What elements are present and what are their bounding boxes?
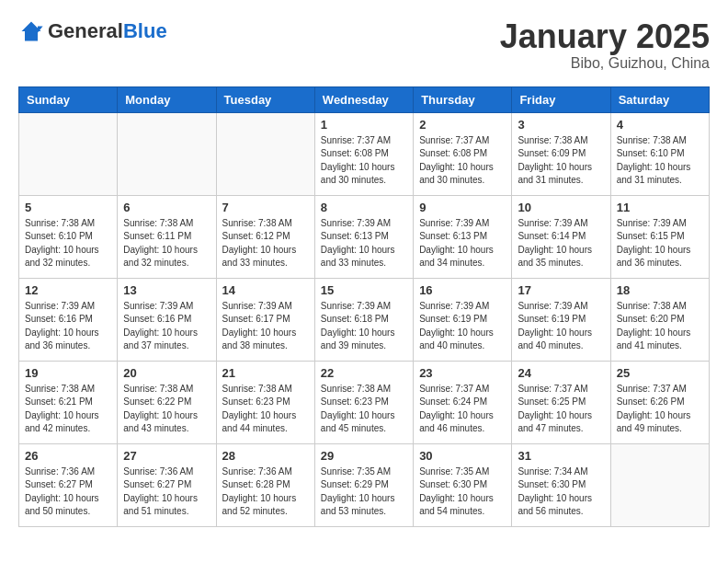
calendar-cell: 10Sunrise: 7:39 AM Sunset: 6:14 PM Dayli… xyxy=(512,195,610,278)
calendar-cell: 8Sunrise: 7:39 AM Sunset: 6:13 PM Daylig… xyxy=(314,195,413,278)
day-number: 6 xyxy=(123,201,210,214)
calendar-week-row: 12Sunrise: 7:39 AM Sunset: 6:16 PM Dayli… xyxy=(19,278,710,361)
calendar-cell: 11Sunrise: 7:39 AM Sunset: 6:15 PM Dayli… xyxy=(610,195,709,278)
logo: GeneralBlue xyxy=(18,18,167,44)
day-number: 12 xyxy=(25,283,111,297)
day-number: 7 xyxy=(222,201,309,214)
day-info: Sunrise: 7:36 AM Sunset: 6:27 PM Dayligh… xyxy=(123,465,210,519)
day-info: Sunrise: 7:38 AM Sunset: 6:20 PM Dayligh… xyxy=(617,300,703,353)
day-number: 3 xyxy=(518,118,604,132)
calendar-cell: 3Sunrise: 7:38 AM Sunset: 6:09 PM Daylig… xyxy=(512,112,610,195)
calendar-cell: 18Sunrise: 7:38 AM Sunset: 6:20 PM Dayli… xyxy=(610,278,709,361)
day-info: Sunrise: 7:38 AM Sunset: 6:23 PM Dayligh… xyxy=(321,383,407,436)
column-header-monday: Monday xyxy=(118,86,216,112)
day-info: Sunrise: 7:38 AM Sunset: 6:22 PM Dayligh… xyxy=(123,383,210,436)
day-info: Sunrise: 7:38 AM Sunset: 6:09 PM Dayligh… xyxy=(518,134,604,188)
day-number: 21 xyxy=(222,366,309,380)
day-number: 25 xyxy=(617,366,703,380)
day-info: Sunrise: 7:37 AM Sunset: 6:08 PM Dayligh… xyxy=(321,134,407,188)
day-info: Sunrise: 7:39 AM Sunset: 6:18 PM Dayligh… xyxy=(321,300,407,353)
logo-blue: Blue xyxy=(123,19,167,42)
day-info: Sunrise: 7:38 AM Sunset: 6:10 PM Dayligh… xyxy=(25,217,111,270)
day-number: 13 xyxy=(123,283,210,297)
day-number: 20 xyxy=(123,366,210,380)
calendar-cell: 27Sunrise: 7:36 AM Sunset: 6:27 PM Dayli… xyxy=(118,443,216,526)
calendar-header-row: SundayMondayTuesdayWednesdayThursdayFrid… xyxy=(19,86,710,112)
day-number: 27 xyxy=(123,449,210,463)
column-header-wednesday: Wednesday xyxy=(314,86,413,112)
column-header-tuesday: Tuesday xyxy=(216,86,314,112)
day-number: 31 xyxy=(518,449,604,463)
location: Bibo, Guizhou, China xyxy=(500,55,710,72)
calendar-cell: 16Sunrise: 7:39 AM Sunset: 6:19 PM Dayli… xyxy=(414,278,512,361)
day-number: 23 xyxy=(419,366,506,380)
page-header: GeneralBlue January 2025 Bibo, Guizhou, … xyxy=(18,18,710,72)
day-info: Sunrise: 7:38 AM Sunset: 6:21 PM Dayligh… xyxy=(25,383,111,436)
day-number: 22 xyxy=(321,366,407,380)
day-info: Sunrise: 7:35 AM Sunset: 6:29 PM Dayligh… xyxy=(321,465,407,519)
day-number: 15 xyxy=(321,283,407,297)
day-number: 29 xyxy=(321,449,407,463)
calendar-cell: 26Sunrise: 7:36 AM Sunset: 6:27 PM Dayli… xyxy=(19,443,118,526)
column-header-sunday: Sunday xyxy=(19,86,118,112)
calendar-cell xyxy=(19,112,118,195)
day-info: Sunrise: 7:38 AM Sunset: 6:23 PM Dayligh… xyxy=(222,383,309,436)
calendar-week-row: 26Sunrise: 7:36 AM Sunset: 6:27 PM Dayli… xyxy=(19,443,710,526)
calendar-cell: 24Sunrise: 7:37 AM Sunset: 6:25 PM Dayli… xyxy=(512,361,610,443)
day-info: Sunrise: 7:38 AM Sunset: 6:11 PM Dayligh… xyxy=(123,217,210,270)
logo-general: General xyxy=(48,19,123,42)
calendar-cell xyxy=(216,112,314,195)
day-info: Sunrise: 7:36 AM Sunset: 6:27 PM Dayligh… xyxy=(25,465,111,519)
day-info: Sunrise: 7:37 AM Sunset: 6:25 PM Dayligh… xyxy=(518,383,604,436)
day-number: 8 xyxy=(321,201,407,214)
day-number: 4 xyxy=(617,118,703,132)
day-info: Sunrise: 7:38 AM Sunset: 6:10 PM Dayligh… xyxy=(617,134,703,188)
calendar-cell: 23Sunrise: 7:37 AM Sunset: 6:24 PM Dayli… xyxy=(414,361,512,443)
day-number: 9 xyxy=(419,201,506,214)
day-info: Sunrise: 7:38 AM Sunset: 6:12 PM Dayligh… xyxy=(222,217,309,270)
calendar-cell: 1Sunrise: 7:37 AM Sunset: 6:08 PM Daylig… xyxy=(314,112,413,195)
day-number: 2 xyxy=(419,118,506,132)
day-info: Sunrise: 7:37 AM Sunset: 6:24 PM Dayligh… xyxy=(419,383,506,436)
day-number: 10 xyxy=(518,201,604,214)
day-number: 17 xyxy=(518,283,604,297)
calendar-cell: 22Sunrise: 7:38 AM Sunset: 6:23 PM Dayli… xyxy=(314,361,413,443)
calendar-cell: 21Sunrise: 7:38 AM Sunset: 6:23 PM Dayli… xyxy=(216,361,314,443)
calendar-cell xyxy=(610,443,709,526)
column-header-thursday: Thursday xyxy=(414,86,512,112)
day-number: 14 xyxy=(222,283,309,297)
day-info: Sunrise: 7:39 AM Sunset: 6:16 PM Dayligh… xyxy=(25,300,111,353)
day-number: 19 xyxy=(25,366,111,380)
day-number: 26 xyxy=(25,449,111,463)
day-info: Sunrise: 7:39 AM Sunset: 6:17 PM Dayligh… xyxy=(222,300,309,353)
day-info: Sunrise: 7:35 AM Sunset: 6:30 PM Dayligh… xyxy=(419,465,506,519)
calendar-cell: 14Sunrise: 7:39 AM Sunset: 6:17 PM Dayli… xyxy=(216,278,314,361)
calendar-cell: 6Sunrise: 7:38 AM Sunset: 6:11 PM Daylig… xyxy=(118,195,216,278)
calendar-cell: 30Sunrise: 7:35 AM Sunset: 6:30 PM Dayli… xyxy=(414,443,512,526)
calendar-cell: 19Sunrise: 7:38 AM Sunset: 6:21 PM Dayli… xyxy=(19,361,118,443)
title-section: January 2025 Bibo, Guizhou, China xyxy=(500,18,710,72)
calendar-cell: 5Sunrise: 7:38 AM Sunset: 6:10 PM Daylig… xyxy=(19,195,118,278)
calendar-cell: 2Sunrise: 7:37 AM Sunset: 6:08 PM Daylig… xyxy=(414,112,512,195)
calendar-cell: 13Sunrise: 7:39 AM Sunset: 6:16 PM Dayli… xyxy=(118,278,216,361)
calendar-week-row: 1Sunrise: 7:37 AM Sunset: 6:08 PM Daylig… xyxy=(19,112,710,195)
calendar-cell: 15Sunrise: 7:39 AM Sunset: 6:18 PM Dayli… xyxy=(314,278,413,361)
day-number: 1 xyxy=(321,118,407,132)
day-number: 11 xyxy=(617,201,703,214)
day-number: 16 xyxy=(419,283,506,297)
calendar-cell: 9Sunrise: 7:39 AM Sunset: 6:13 PM Daylig… xyxy=(414,195,512,278)
day-info: Sunrise: 7:39 AM Sunset: 6:15 PM Dayligh… xyxy=(617,217,703,270)
logo-text: GeneralBlue xyxy=(48,21,167,41)
day-number: 24 xyxy=(518,366,604,380)
column-header-friday: Friday xyxy=(512,86,610,112)
day-info: Sunrise: 7:37 AM Sunset: 6:08 PM Dayligh… xyxy=(419,134,506,188)
month-title: January 2025 xyxy=(500,18,710,55)
calendar-cell: 29Sunrise: 7:35 AM Sunset: 6:29 PM Dayli… xyxy=(314,443,413,526)
calendar-cell: 31Sunrise: 7:34 AM Sunset: 6:30 PM Dayli… xyxy=(512,443,610,526)
calendar-week-row: 19Sunrise: 7:38 AM Sunset: 6:21 PM Dayli… xyxy=(19,361,710,443)
calendar-cell: 25Sunrise: 7:37 AM Sunset: 6:26 PM Dayli… xyxy=(610,361,709,443)
day-info: Sunrise: 7:39 AM Sunset: 6:16 PM Dayligh… xyxy=(123,300,210,353)
calendar-table: SundayMondayTuesdayWednesdayThursdayFrid… xyxy=(18,86,710,527)
day-number: 18 xyxy=(617,283,703,297)
calendar-cell: 4Sunrise: 7:38 AM Sunset: 6:10 PM Daylig… xyxy=(610,112,709,195)
